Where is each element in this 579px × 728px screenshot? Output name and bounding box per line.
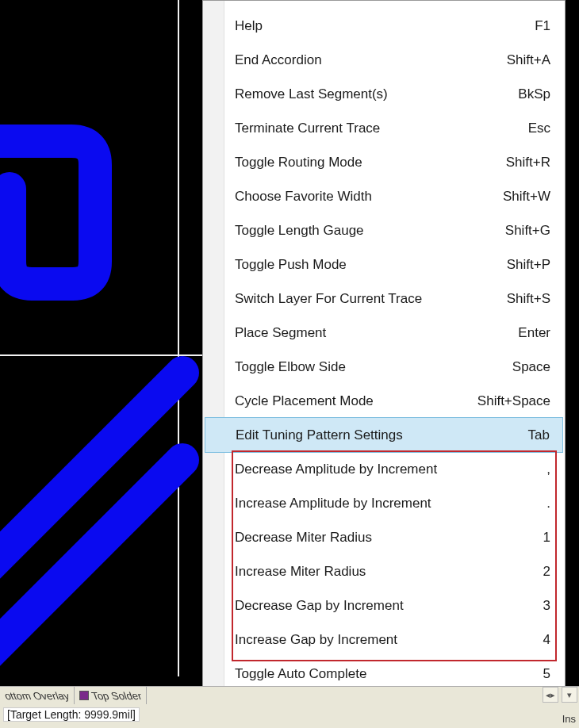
insert-mode-indicator: Ins [562,713,576,725]
menu-item-label: Help [235,18,463,34]
menu-item[interactable]: Increase Miter Radius2 [203,554,565,588]
menu-item[interactable]: Toggle Push ModeShift+P [203,247,565,282]
menu-item-label: Place Segment [235,325,463,341]
menu-item-label: Decrease Amplitude by Increment [235,462,463,477]
menu-item[interactable]: Place SegmentEnter [203,316,565,350]
menu-item-shortcut: Shift+G [463,223,550,239]
menu-item-shortcut: Esc [463,121,550,136]
layer-tab-bottom-overlay[interactable]: ottom Overlay [0,687,75,704]
menu-item[interactable]: Edit Tuning Pattern SettingsTab [205,417,563,453]
menu-item-shortcut: Shift+P [463,257,550,273]
menu-item[interactable]: Increase Amplitude by Increment. [203,486,565,520]
menu-item-shortcut: Shift+W [463,189,550,205]
menu-item-shortcut: 1 [463,530,550,546]
toolbar-mini-buttons: ◂▸ ▾ [543,687,577,703]
menu-item-shortcut: BkSp [463,86,550,102]
menu-item[interactable]: Increase Gap by Increment4 [203,623,565,657]
layer-tab-top-solder[interactable]: Top Solder [75,687,147,704]
tab-label: ottom Overlay [2,690,71,702]
menu-item-shortcut: , [463,462,550,477]
menu-item[interactable]: Toggle Elbow SideSpace [203,350,565,384]
menu-item-shortcut: Shift+R [463,155,550,171]
app-stage: HelpF1End AccordionShift+ARemove Last Se… [0,0,579,728]
menu-item[interactable]: Remove Last Segment(s)BkSp [203,77,565,111]
mini-button-a[interactable]: ◂▸ [543,687,558,703]
menu-item[interactable]: Toggle Routing ModeShift+R [203,145,565,179]
menu-item[interactable]: Choose Favorite WidthShift+W [203,179,565,213]
menu-item[interactable]: Decrease Gap by Increment3 [203,588,565,623]
mini-button-b[interactable]: ▾ [562,687,577,703]
menu-item[interactable]: HelpF1 [203,9,565,43]
menu-item[interactable]: End AccordionShift+A [203,43,565,77]
menu-item[interactable]: Decrease Miter Radius1 [203,520,565,554]
menu-item-label: Toggle Auto Complete [235,666,463,682]
menu-item-shortcut: 3 [463,598,550,614]
menu-item-shortcut: Shift+Space [463,393,550,409]
menu-item-label: Remove Last Segment(s) [235,86,463,102]
menu-item-shortcut: 4 [463,632,550,648]
menu-item-label: Increase Miter Radius [235,564,463,580]
layer-tabs[interactable]: ottom Overlay Top Solder [0,687,147,704]
menu-item-label: Increase Gap by Increment [235,632,463,648]
menu-item[interactable]: Toggle Length GaugeShift+G [203,213,565,247]
menu-item[interactable]: Switch Layer For Current TraceShift+S [203,282,565,316]
menu-item[interactable]: Terminate Current TraceEsc [203,111,565,145]
menu-item-label: Decrease Miter Radius [235,530,463,546]
menu-item-label: Switch Layer For Current Trace [235,291,463,307]
menu-item[interactable]: Cycle Placement ModeShift+Space [203,384,565,418]
menu-item-label: Increase Amplitude by Increment [235,496,463,512]
bottom-bar: ottom Overlay Top Solder [Target Length:… [0,686,579,728]
menu-item-label: End Accordion [235,52,463,68]
menu-item-label: Choose Favorite Width [235,189,463,205]
tab-label: Top Solder [90,690,144,702]
menu-item-label: Toggle Elbow Side [235,359,463,375]
menu-item-shortcut: Enter [463,325,550,341]
context-menu: HelpF1End AccordionShift+ARemove Last Se… [202,0,566,728]
routing-trace [0,0,202,704]
menu-item-shortcut: Shift+A [463,52,550,68]
menu-item-shortcut: Space [463,359,550,375]
menu-item-label: Terminate Current Trace [235,121,463,136]
menu-item-label: Toggle Routing Mode [235,155,463,171]
menu-item-shortcut: . [463,496,550,512]
pcb-canvas[interactable] [0,0,202,704]
menu-item-label: Decrease Gap by Increment [235,598,463,614]
layer-swatch-icon [79,691,89,700]
menu-item-shortcut: Tab [462,427,550,443]
menu-item-shortcut: Shift+S [463,291,550,307]
menu-item-shortcut: F1 [463,18,550,34]
menu-item[interactable]: Decrease Amplitude by Increment, [203,452,565,486]
status-target-length: [Target Length: 9999.9mil] [3,707,140,722]
menu-item-shortcut: 2 [463,564,550,580]
menu-item-label: Edit Tuning Pattern Settings [236,427,462,443]
menu-item-label: Toggle Push Mode [235,257,463,273]
menu-item-shortcut: 5 [463,666,550,682]
menu-item-label: Cycle Placement Mode [235,393,463,409]
menu-item-label: Toggle Length Gauge [235,223,463,239]
